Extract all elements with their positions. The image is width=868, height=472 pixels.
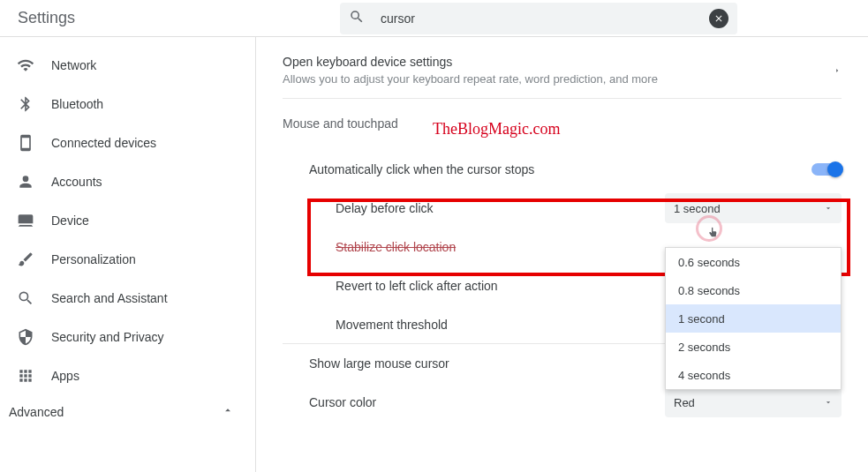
brush-icon	[16, 251, 35, 268]
delay-option[interactable]: 0.8 seconds	[666, 276, 841, 304]
keyboard-settings-desc: Allows you to adjust your keyboard repea…	[283, 72, 658, 86]
sidebar-item-label: Network	[51, 58, 96, 72]
advanced-label: Advanced	[9, 405, 64, 419]
large-cursor-label: Show large mouse cursor	[309, 356, 449, 371]
autoclick-row: Automatically click when the cursor stop…	[283, 150, 842, 189]
chevron-down-icon	[824, 398, 833, 407]
delay-option[interactable]: 2 seconds	[666, 333, 841, 361]
sidebar-item-label: Search and Assistant	[51, 291, 168, 305]
search-icon	[349, 9, 365, 28]
shield-icon	[16, 328, 35, 346]
autoclick-label: Automatically click when the cursor stop…	[309, 162, 534, 176]
sidebar-item-label: Apps	[51, 369, 79, 383]
sidebar-item-label: Device	[51, 214, 89, 228]
sidebar-item-label: Accounts	[51, 175, 102, 189]
keyboard-settings-row[interactable]: Open keyboard device settings Allows you…	[283, 55, 842, 99]
search-input[interactable]	[381, 11, 709, 26]
revert-label: Revert to left click after action	[336, 279, 498, 293]
delay-label: Delay before click	[336, 201, 434, 215]
cursor-color-dropdown[interactable]: Red	[665, 387, 842, 417]
phone-icon	[16, 134, 35, 152]
chevron-down-icon	[824, 204, 833, 213]
delay-dropdown-menu: 0.6 seconds 0.8 seconds 1 second 2 secon…	[665, 247, 842, 390]
chevron-up-icon	[222, 404, 234, 419]
sidebar-item-label: Security and Privacy	[51, 330, 164, 344]
sidebar-item-connected-devices[interactable]: Connected devices	[0, 124, 255, 162]
sidebar-item-label: Connected devices	[51, 136, 156, 150]
sidebar-item-security-privacy[interactable]: Security and Privacy	[0, 318, 255, 356]
bluetooth-icon	[16, 95, 35, 113]
apps-icon	[16, 367, 35, 385]
header: Settings	[0, 0, 868, 37]
section-mouse-touchpad: Mouse and touchpad	[283, 116, 842, 131]
delay-option[interactable]: 4 seconds	[666, 361, 841, 389]
page-title: Settings	[11, 9, 75, 27]
search-box[interactable]	[340, 3, 737, 34]
sidebar-item-bluetooth[interactable]: Bluetooth	[0, 85, 255, 124]
delay-option-selected[interactable]: 1 second	[666, 304, 841, 333]
sidebar-item-label: Personalization	[51, 252, 136, 266]
autoclick-toggle[interactable]	[811, 163, 842, 176]
person-icon	[16, 173, 35, 191]
chevron-right-icon	[833, 63, 842, 79]
wifi-icon	[16, 56, 35, 74]
delay-dropdown[interactable]: 1 second	[665, 193, 842, 223]
sidebar-item-accounts[interactable]: Accounts	[0, 162, 255, 201]
delay-option[interactable]: 0.6 seconds	[666, 248, 841, 276]
sidebar-item-label: Bluetooth	[51, 97, 103, 111]
sidebar-item-apps[interactable]: Apps	[0, 356, 255, 395]
delay-value: 1 second	[674, 202, 721, 215]
keyboard-settings-title: Open keyboard device settings	[283, 55, 658, 69]
threshold-label: Movement threshold	[336, 318, 448, 332]
cursor-color-value: Red	[674, 396, 695, 409]
sidebar-advanced-toggle[interactable]: Advanced	[0, 395, 255, 428]
sidebar-item-personalization[interactable]: Personalization	[0, 240, 255, 279]
delay-row: Delay before click 1 second	[283, 189, 842, 228]
magnify-icon	[16, 289, 35, 307]
laptop-icon	[16, 212, 35, 229]
stabilize-label: Stabilize click location	[336, 240, 456, 254]
sidebar-item-network[interactable]: Network	[0, 46, 255, 85]
sidebar-item-search-assistant[interactable]: Search and Assistant	[0, 279, 255, 318]
sidebar: Network Bluetooth Connected devices Acco…	[0, 37, 256, 472]
main-panel: Open keyboard device settings Allows you…	[256, 37, 868, 472]
sidebar-item-device[interactable]: Device	[0, 201, 255, 240]
cursor-color-label: Cursor color	[309, 395, 376, 409]
clear-search-icon[interactable]	[709, 9, 728, 28]
